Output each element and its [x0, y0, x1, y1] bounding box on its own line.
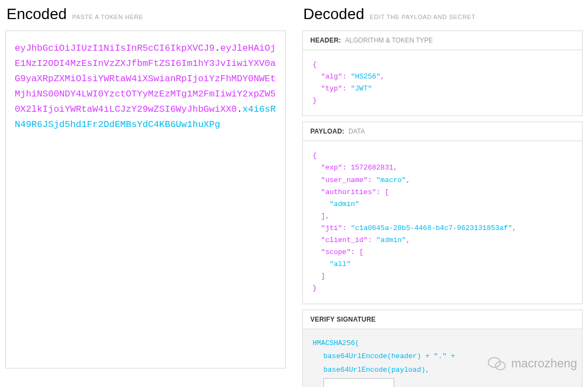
header-section-bar: HEADER: ALGORITHM & TOKEN TYPE [302, 31, 583, 50]
secret-input[interactable] [323, 378, 394, 387]
header-section-sub: ALGORITHM & TOKEN TYPE [345, 37, 433, 44]
decoded-heading: Decoded EDIT THE PAYLOAD AND SECRET [302, 5, 583, 23]
encoded-hint: PASTE A TOKEN HERE [72, 14, 143, 20]
token-header-segment: eyJhbGciOiJIUzI1NiIsInR5cCI6IkpXVCJ9 [15, 43, 215, 53]
verify-signature-block: HMACSHA256( base64UrlEncode(header) + ".… [302, 329, 583, 388]
verify-line1: base64UrlEncode(header) + "." + [313, 350, 572, 364]
encoded-title: Encoded [7, 5, 67, 23]
verify-section-bar: VERIFY SIGNATURE [302, 310, 583, 329]
payload-section-label: PAYLOAD: [310, 128, 345, 135]
encoded-column: Encoded PASTE A TOKEN HERE eyJhbGciOiJIU… [5, 5, 286, 387]
decoded-column: Decoded EDIT THE PAYLOAD AND SECRET HEAD… [302, 5, 583, 387]
verify-line2: base64UrlEncode(payload), [313, 364, 572, 377]
header-json-editor[interactable]: { "alg": "HS256", "typ": "JWT" } [302, 50, 583, 116]
encoded-heading: Encoded PASTE A TOKEN HERE [5, 5, 286, 23]
payload-section-bar: PAYLOAD: DATA [302, 122, 583, 141]
verify-section-label: VERIFY SIGNATURE [310, 316, 376, 323]
verify-func: HMACSHA256( [313, 337, 572, 350]
header-section-label: HEADER: [310, 37, 341, 44]
payload-section-sub: DATA [348, 128, 365, 135]
token-dot-1: . [215, 43, 220, 53]
decoded-title: Decoded [303, 5, 364, 23]
payload-json-editor[interactable]: { "exp": 1572682831, "user_name": "macro… [302, 141, 583, 304]
encoded-token-input[interactable]: eyJhbGciOiJIUzI1NiIsInR5cCI6IkpXVCJ9.eyJ… [5, 31, 286, 368]
decoded-hint: EDIT THE PAYLOAD AND SECRET [370, 14, 475, 20]
token-dot-2: . [237, 104, 242, 114]
